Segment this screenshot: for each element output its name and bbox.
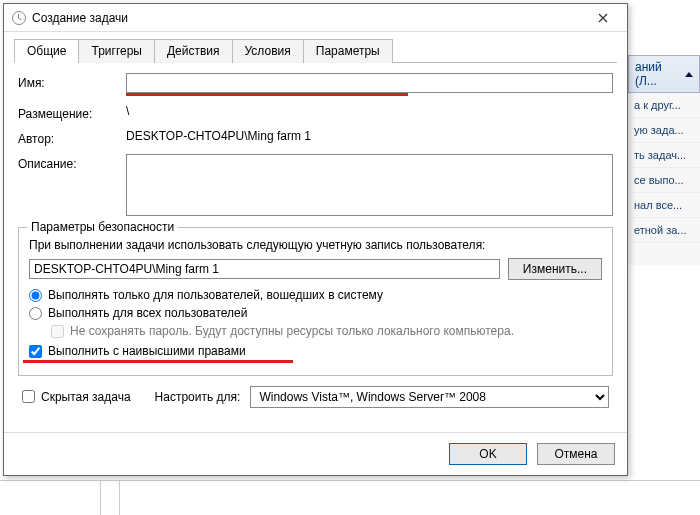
background-splitter: [100, 481, 120, 515]
radio-logged-on-label: Выполнять только для пользователей, воше…: [48, 288, 383, 302]
no-store-password-row: Не сохранять пароль. Будут доступны ресу…: [51, 324, 602, 338]
configure-for-label: Настроить для:: [155, 390, 241, 404]
name-input[interactable]: [126, 73, 613, 93]
radio-all-users-row[interactable]: Выполнять для всех пользователей: [29, 306, 602, 320]
bg-panel-header: аний (Л...: [628, 55, 700, 93]
tab-conditions[interactable]: Условия: [232, 39, 304, 63]
change-user-button[interactable]: Изменить...: [508, 258, 602, 280]
radio-logged-on[interactable]: [29, 289, 42, 302]
window-title: Создание задачи: [32, 11, 583, 25]
dialog-button-row: OK Отмена: [4, 432, 627, 475]
background-bottom-bar: [0, 480, 700, 515]
location-label: Размещение:: [18, 104, 126, 121]
security-groupbox: Параметры безопасности При выполнении за…: [18, 227, 613, 376]
bg-item[interactable]: а к друг...: [628, 93, 700, 118]
no-store-password-checkbox: [51, 325, 64, 338]
highest-privileges-label: Выполнить с наивысшими правами: [48, 344, 246, 358]
bg-item[interactable]: се выпо...: [628, 168, 700, 193]
titlebar: Создание задачи: [4, 4, 627, 32]
annotation-underline: [23, 360, 293, 363]
hidden-task-row[interactable]: Скрытая задача: [22, 390, 131, 404]
run-as-label: При выполнении задачи использовать следу…: [29, 238, 602, 252]
tab-strip: Общие Триггеры Действия Условия Параметр…: [14, 38, 617, 63]
cancel-button[interactable]: Отмена: [537, 443, 615, 465]
name-label: Имя:: [18, 73, 126, 90]
tab-actions[interactable]: Действия: [154, 39, 233, 63]
background-actions-panel: аний (Л... а к друг... ую зада... ть зад…: [627, 55, 700, 265]
close-button[interactable]: [583, 5, 623, 31]
radio-all-users[interactable]: [29, 307, 42, 320]
bg-item[interactable]: ть задач...: [628, 143, 700, 168]
author-label: Автор:: [18, 129, 126, 146]
no-store-password-label: Не сохранять пароль. Будут доступны ресу…: [70, 324, 514, 338]
tab-general[interactable]: Общие: [14, 39, 79, 63]
hidden-task-label: Скрытая задача: [41, 390, 131, 404]
hidden-task-checkbox[interactable]: [22, 390, 35, 403]
clock-icon: [12, 11, 26, 25]
highest-privileges-checkbox[interactable]: [29, 345, 42, 358]
configure-for-select[interactable]: Windows Vista™, Windows Server™ 2008: [250, 386, 609, 408]
account-field: [29, 259, 500, 279]
description-input[interactable]: [126, 154, 613, 216]
location-value: \: [126, 104, 613, 118]
bg-panel-title: аний (Л...: [635, 60, 685, 88]
highest-privileges-row[interactable]: Выполнить с наивысшими правами: [29, 344, 602, 358]
radio-all-users-label: Выполнять для всех пользователей: [48, 306, 247, 320]
ok-button[interactable]: OK: [449, 443, 527, 465]
bg-item[interactable]: етной за...: [628, 218, 700, 243]
create-task-dialog: Создание задачи Общие Триггеры Действия …: [3, 3, 628, 476]
tab-triggers[interactable]: Триггеры: [78, 39, 155, 63]
description-label: Описание:: [18, 154, 126, 171]
bg-item[interactable]: ую зада...: [628, 118, 700, 143]
triangle-up-icon: [685, 72, 693, 77]
close-icon: [598, 13, 608, 23]
bg-item[interactable]: нал все...: [628, 193, 700, 218]
author-value: DESKTOP-CHTO4PU\Ming farm 1: [126, 129, 613, 143]
general-form: Имя: Размещение: \ Автор: DESKTOP-CHTO4P…: [14, 63, 617, 408]
security-group-title: Параметры безопасности: [27, 220, 178, 234]
radio-logged-on-row[interactable]: Выполнять только для пользователей, воше…: [29, 288, 602, 302]
tab-settings[interactable]: Параметры: [303, 39, 393, 63]
